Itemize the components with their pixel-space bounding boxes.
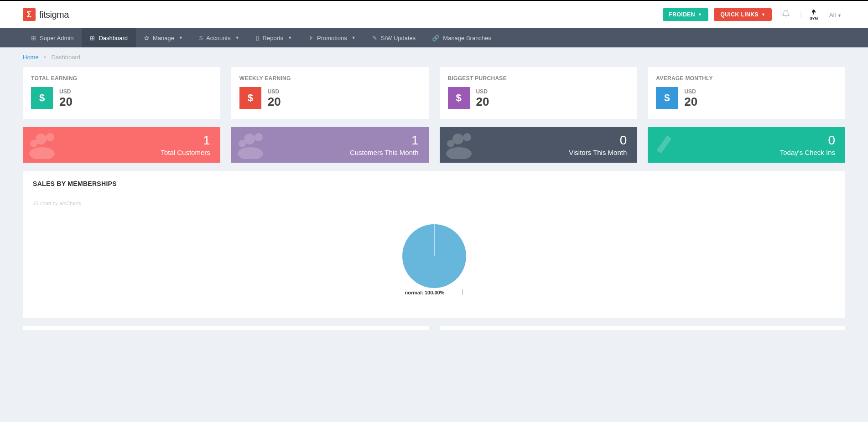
- nav-label: Super Admin: [40, 35, 73, 41]
- header-right: FROIDEN ▼ QUICK LINKS ▼ | GYM All ▼: [663, 8, 845, 21]
- bottom-panel-left: [23, 326, 429, 330]
- users-icon: [444, 131, 476, 159]
- svg-rect-13: [657, 135, 672, 154]
- total-earning-card: TOTAL EARNING $ USD 20: [23, 67, 220, 119]
- card-currency: USD: [59, 88, 73, 95]
- tile-label: Customers This Month: [241, 149, 419, 156]
- gym-logo[interactable]: GYM: [807, 8, 820, 21]
- top-header: Σ fitsigma FROIDEN ▼ QUICK LINKS ▼ | GYM…: [0, 0, 868, 28]
- froiden-button[interactable]: FROIDEN ▼: [663, 8, 709, 21]
- svg-point-2: [46, 133, 54, 141]
- tile-value: 1: [241, 134, 419, 147]
- chevron-down-icon: ▼: [179, 36, 183, 40]
- nav-label: Manage Branches: [443, 35, 491, 41]
- dollar-icon: $: [448, 87, 470, 109]
- nav-label: Accounts: [206, 35, 230, 41]
- pie-leader-line: [463, 289, 463, 295]
- nav-reports[interactable]: ▯ Reports ▼: [248, 28, 300, 47]
- nav-label: S/W Updates: [381, 35, 416, 41]
- pie-chart: normal: 100.00%: [33, 224, 835, 295]
- nav-manage[interactable]: ✿ Manage ▼: [136, 28, 191, 47]
- svg-point-10: [463, 133, 471, 141]
- card-value: 20: [59, 96, 73, 108]
- nav-label: Reports: [263, 35, 284, 41]
- chevron-down-icon: ▼: [698, 12, 702, 17]
- breadcrumb-sep: •: [44, 54, 46, 61]
- chart-attribution: JS chart by amCharts: [33, 201, 835, 206]
- breadcrumb-current: Dashboard: [52, 54, 81, 61]
- svg-point-4: [29, 147, 55, 159]
- svg-point-3: [30, 140, 37, 147]
- bottom-row: [23, 326, 845, 330]
- tile-label: Total Customers: [33, 149, 210, 156]
- card-value: 20: [476, 96, 489, 108]
- gear-icon: ✿: [144, 35, 149, 41]
- chevron-down-icon: ▼: [837, 13, 842, 18]
- customers-month-tile[interactable]: 1 Customers This Month: [231, 127, 429, 163]
- card-currency: USD: [684, 88, 697, 95]
- card-value: 20: [684, 96, 697, 108]
- card-title: BIGGEST PURCHASE: [448, 75, 629, 82]
- chevron-down-icon: ▼: [352, 36, 356, 40]
- dashboard-icon: ⊞: [31, 35, 36, 41]
- chevron-down-icon: ▼: [235, 36, 239, 40]
- pie-divider: [434, 224, 435, 256]
- logo-mark: Σ: [23, 8, 36, 21]
- dollar-icon: $: [656, 87, 678, 109]
- svg-point-11: [447, 140, 454, 147]
- gym-label: GYM: [810, 16, 818, 21]
- weekly-earning-card: WEEKLY EARNING $ USD 20: [231, 67, 429, 119]
- card-currency: USD: [476, 88, 489, 95]
- card-currency: USD: [268, 88, 281, 95]
- froiden-label: FROIDEN: [669, 11, 696, 18]
- card-title: AVERAGE MONTHLY: [656, 75, 837, 82]
- stat-row: TOTAL EARNING $ USD 20 WEEKLY EARNING $ …: [23, 67, 845, 119]
- checkins-tile[interactable]: 0 Today's Check Ins: [648, 127, 845, 163]
- quick-links-label: QUICK LINKS: [720, 11, 759, 18]
- logo[interactable]: Σ fitsigma: [23, 8, 69, 21]
- update-icon: ✎: [372, 35, 377, 41]
- nav-super-admin[interactable]: ⊞ Super Admin: [23, 28, 82, 47]
- send-icon: ✈: [308, 35, 313, 41]
- card-title: TOTAL EARNING: [31, 75, 212, 82]
- dollar-icon: $: [31, 87, 53, 109]
- svg-point-8: [238, 147, 263, 159]
- nav-branches[interactable]: 🔗 Manage Branches: [424, 28, 499, 47]
- nav-sw-updates[interactable]: ✎ S/W Updates: [364, 28, 424, 47]
- tile-value: 1: [33, 134, 210, 147]
- quick-links-button[interactable]: QUICK LINKS ▼: [714, 8, 772, 21]
- pie-slice-label: normal: 100.00%: [405, 290, 445, 295]
- tile-label: Visitors This Month: [450, 149, 627, 156]
- dashboard-icon: ⊞: [90, 35, 95, 41]
- bottom-panel-right: [440, 326, 846, 330]
- nav-label: Manage: [153, 35, 174, 41]
- nav-promotions[interactable]: ✈ Promotions ▼: [300, 28, 364, 47]
- pie-chart-canvas: [402, 224, 466, 288]
- svg-point-7: [239, 140, 246, 147]
- branch-icon: 🔗: [432, 35, 439, 41]
- card-value: 20: [268, 96, 281, 108]
- nav-accounts[interactable]: $ Accounts ▼: [191, 28, 248, 47]
- sales-by-memberships-panel: SALES BY MEMBERSHIPS JS chart by amChart…: [23, 171, 845, 318]
- biggest-purchase-card: BIGGEST PURCHASE $ USD 20: [440, 67, 637, 119]
- report-icon: ▯: [256, 35, 259, 41]
- panel-title: SALES BY MEMBERSHIPS: [33, 180, 835, 194]
- nav-dashboard[interactable]: ⊞ Dashboard: [82, 28, 136, 47]
- nav-bar: ⊞ Super Admin ⊞ Dashboard ✿ Manage ▼ $ A…: [0, 28, 868, 47]
- notification-bell-icon[interactable]: [777, 10, 795, 20]
- tile-value: 0: [658, 134, 835, 147]
- average-monthly-card: AVERAGE MONTHLY $ USD 20: [648, 67, 845, 119]
- tile-row: 1 Total Customers 1 Customers This Month…: [23, 127, 845, 163]
- svg-rect-0: [813, 12, 814, 15]
- nav-label: Promotions: [317, 35, 347, 41]
- total-customers-tile[interactable]: 1 Total Customers: [23, 127, 220, 163]
- pencil-icon: [652, 131, 684, 159]
- content: TOTAL EARNING $ USD 20 WEEKLY EARNING $ …: [0, 67, 868, 344]
- chevron-down-icon: ▼: [761, 12, 765, 17]
- dollar-icon: $: [199, 35, 203, 41]
- dollar-icon: $: [239, 87, 261, 109]
- gym-icon: [809, 8, 819, 16]
- all-dropdown[interactable]: All ▼: [826, 11, 845, 18]
- breadcrumb-home[interactable]: Home: [23, 54, 39, 61]
- visitors-month-tile[interactable]: 0 Visitors This Month: [440, 127, 637, 163]
